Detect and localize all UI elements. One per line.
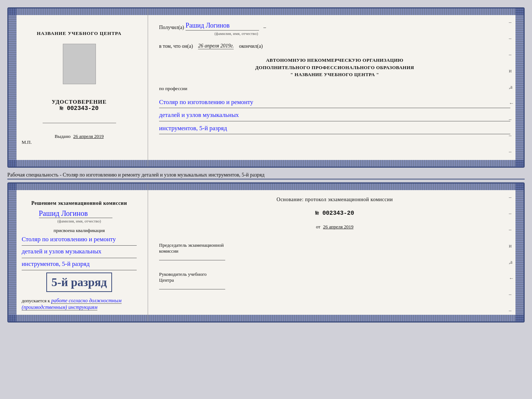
ot-date: 26 апреля 2019: [323, 224, 353, 229]
profession-line3: инструментов, 5-й разряд: [159, 123, 510, 135]
r-dash-i: и: [509, 243, 514, 249]
dopuskaetsya-row2: (производственным) инструкциям: [22, 304, 137, 310]
mp-label: М.П.: [22, 139, 32, 145]
dash2: –: [509, 36, 514, 42]
card2: Решением экзаменационной комиссии Рашид …: [7, 182, 525, 323]
r-dash1: –: [509, 195, 514, 200]
page-wrapper: НАЗВАНИЕ УЧЕБНОГО ЦЕНТРА УДОСТОВЕРЕНИЕ №…: [7, 7, 525, 323]
r-dash-a: ,а: [509, 259, 514, 265]
person-name: Рашид Логинов: [39, 209, 112, 218]
dopuskaetsya-hw2: (производственным) инструкциям: [22, 304, 97, 310]
po-professii: по профессии: [159, 86, 510, 92]
vydano-date: 26 апреля 2019: [73, 133, 104, 139]
vtom-row: в том, что он(а) 26 апреля 2019г. окончи…: [159, 43, 510, 49]
resheniem-block: Решением экзаменационной комиссии: [31, 200, 127, 206]
dash-arrow: ←: [509, 100, 514, 106]
dopuskaetsya-label: допускается к: [22, 298, 50, 303]
dash-after-name: –: [263, 25, 266, 31]
udostoverenie-title: УДОСТОВЕРЕНИЕ: [52, 99, 107, 105]
okonchil-label: окончил(а): [239, 43, 263, 49]
nomer-protokol: № 002343-20: [159, 210, 510, 217]
predsedatel-label2: комиссии: [159, 248, 510, 254]
nomer: № 002343-20: [60, 105, 99, 112]
vtom-date: 26 апреля 2019г.: [198, 43, 234, 49]
r-dash2: –: [509, 211, 514, 217]
r-dash-arrow: ←: [509, 275, 514, 281]
qualification-block: Столяр по изготовлению и ремонту деталей…: [22, 234, 137, 270]
qual-line1: Столяр по изготовлению и ремонту: [22, 234, 137, 246]
r-dash4: –: [509, 292, 514, 298]
card1-left: НАЗВАНИЕ УЧЕБНОГО ЦЕНТРА УДОСТОВЕРЕНИЕ №…: [8, 8, 148, 167]
poluchil-label: Получил(а): [159, 25, 184, 31]
r-dash5: –: [509, 308, 514, 314]
rukovoditel-block: Руководитель учебного Центра: [159, 271, 510, 289]
fio-label-2: (фамилия, имя, отчество): [39, 219, 120, 223]
photo-placeholder: [63, 44, 96, 84]
org-line1: АВТОНОМНУЮ НЕКОММЕРЧЕСКУЮ ОРГАНИЗАЦИЮ: [159, 57, 510, 64]
razryad-big-text: 5-й разряд: [51, 275, 107, 289]
ot-row: от 26 апреля 2019: [159, 224, 510, 230]
org-line2: ДОПОЛНИТЕЛЬНОГО ПРОФЕССИОНАЛЬНОГО ОБРАЗО…: [159, 64, 510, 71]
org-block: АВТОНОМНУЮ НЕКОММЕРЧЕСКУЮ ОРГАНИЗАЦИЮ ДО…: [159, 57, 510, 78]
rukovoditel-sig-line: [159, 289, 225, 289]
osnovanie-block: Основание: протокол экзаменационной коми…: [159, 197, 510, 203]
qual-line2: деталей и узлов музыкальных: [22, 246, 137, 258]
dash5: –: [509, 133, 514, 139]
dopuskaetsya-hw: работе согласно должностным: [51, 298, 121, 304]
card1: НАЗВАНИЕ УЧЕБНОГО ЦЕНТРА УДОСТОВЕРЕНИЕ №…: [7, 7, 525, 168]
specialty-label: Рабочая специальность - Столяр по изгото…: [7, 171, 525, 179]
dash4: –: [509, 117, 514, 122]
prisvoena-label: присвоена квалификация: [54, 228, 105, 234]
vydano-label: Выдано: [55, 133, 71, 139]
vtom-label: в том, что он(а): [159, 43, 193, 49]
card2-right: – – – и ,а ← – – – Основание: протокол э…: [148, 184, 524, 321]
dash3: –: [509, 52, 514, 58]
profession-block: Столяр по изготовлению и ремонту деталей…: [159, 95, 510, 135]
card1-right: – – – и ,а ← – – – Получил(а) Рашид Логи…: [148, 8, 524, 167]
dash-i: и: [509, 68, 514, 74]
profession-line2: деталей и узлов музыкальных: [159, 110, 510, 121]
poluchil-block: Получил(а) Рашид Логинов – (фамилия, имя…: [159, 22, 510, 36]
card1-center-title: НАЗВАНИЕ УЧЕБНОГО ЦЕНТРА: [37, 31, 122, 36]
predsedatel-label: Председатель экзаменационной: [159, 242, 510, 248]
qual-line3: инструментов, 5-й разряд: [22, 258, 137, 270]
razryad-box: 5-й разряд: [46, 272, 112, 292]
r-dash3: –: [509, 227, 514, 233]
fio-label-1: (фамилия, имя, отчество): [196, 31, 277, 36]
poluchil-name: Рашид Логинов: [186, 22, 259, 31]
predsedatel-block: Председатель экзаменационной комиссии: [159, 242, 510, 260]
dopuskaetsya-row: допускается к работе согласно должностны…: [22, 298, 137, 304]
org-line3: " НАЗВАНИЕ УЧЕБНОГО ЦЕНТРА ": [159, 71, 510, 78]
rukovoditel-label2: Центра: [159, 277, 510, 283]
dash6: –: [509, 149, 514, 155]
poluchil-row: Получил(а) Рашид Логинов –: [159, 22, 510, 31]
dash1: –: [509, 19, 514, 25]
person-name-block: Рашид Логинов (фамилия, имя, отчество): [39, 209, 120, 223]
ot-label: от: [316, 224, 320, 229]
predsedatel-sig-line: [159, 260, 225, 260]
rukovoditel-label: Руководитель учебного: [159, 271, 510, 277]
vydano-row: Выдано 26 апреля 2019: [55, 133, 104, 139]
card2-left: Решением экзаменационной комиссии Рашид …: [8, 184, 148, 321]
profession-line1: Столяр по изготовлению и ремонту: [159, 97, 510, 108]
dash-a: ,а: [509, 84, 514, 90]
